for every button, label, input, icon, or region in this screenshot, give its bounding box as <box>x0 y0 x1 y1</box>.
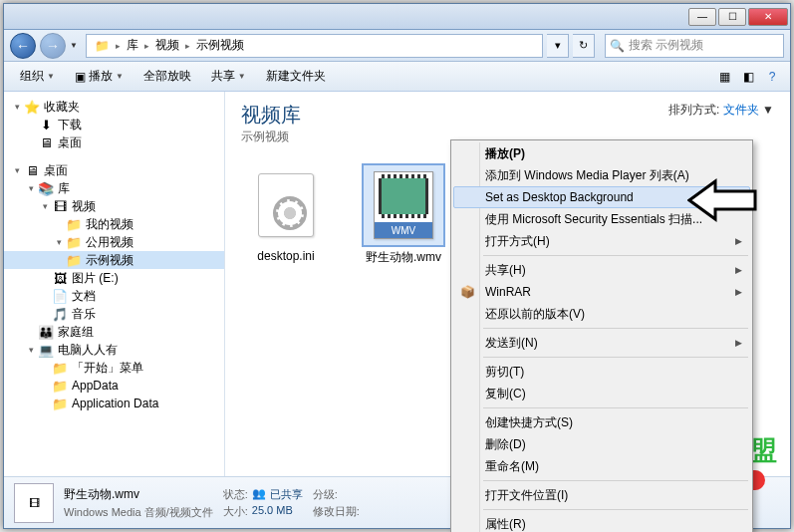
new-folder-button[interactable]: 新建文件夹 <box>258 65 334 88</box>
breadcrumb[interactable]: 视频 <box>151 35 183 57</box>
help-button[interactable]: ? <box>762 67 782 87</box>
tree-sample-videos[interactable]: 📁示例视频 <box>4 251 224 269</box>
menu-item[interactable]: 剪切(T) <box>453 361 750 383</box>
menu-label: 复制(C) <box>485 386 526 402</box>
menu-item[interactable]: 发送到(N)▶ <box>453 332 750 354</box>
menu-item[interactable]: 删除(D) <box>453 433 750 455</box>
tree-desktop[interactable]: ▾🖥桌面 <box>4 161 224 179</box>
menu-item[interactable]: 打开文件位置(I) <box>453 484 750 506</box>
breadcrumb[interactable]: 示例视频 <box>192 35 248 57</box>
menu-label: 删除(D) <box>485 436 526 453</box>
menu-label: 重命名(M) <box>485 458 539 475</box>
menu-icon: 📦 <box>459 284 475 300</box>
menu-item[interactable]: 播放(P) <box>453 142 750 164</box>
address-dropdown[interactable]: ▾ <box>547 34 569 58</box>
menu-label: 属性(R) <box>485 516 526 533</box>
breadcrumb[interactable]: 库 <box>123 35 142 57</box>
folder-icon: 💻 <box>38 342 54 358</box>
navigation-bar: ← → ▼ 📁 ▸ 库 ▸ 视频 ▸ 示例视频 ▾ ↻ 🔍 搜索 示例视频 <box>4 30 790 62</box>
file-wildlife-wmv[interactable]: WMV野生动物.wmv <box>359 165 448 266</box>
navigation-pane[interactable]: ▾⭐收藏夹⬇下载🖥桌面▾🖥桌面▾📚库▾🎞视频📁我的视频▾📁公用视频📁示例视频🖼图… <box>4 92 225 476</box>
organize-button[interactable]: 组织▼ <box>12 65 63 88</box>
titlebar: — ☐ ✕ <box>4 4 790 30</box>
menu-item[interactable]: 复制(C) <box>453 383 750 404</box>
back-button[interactable]: ← <box>10 33 36 59</box>
folder-icon: ⬇ <box>38 117 54 133</box>
history-dropdown[interactable]: ▼ <box>70 41 82 50</box>
menu-label: 创建快捷方式(S) <box>485 414 573 431</box>
tree-start-menu[interactable]: 📁「开始」菜单 <box>4 359 224 377</box>
refresh-button[interactable]: ↻ <box>573 34 595 58</box>
close-button[interactable]: ✕ <box>748 8 788 26</box>
search-input[interactable]: 🔍 搜索 示例视频 <box>605 34 784 58</box>
menu-label: 添加到 Windows Media Player 列表(A) <box>485 167 689 184</box>
tree-homegroup[interactable]: 👪家庭组 <box>4 323 224 341</box>
submenu-icon: ▶ <box>735 287 742 297</box>
tree-label: 我的视频 <box>86 216 133 233</box>
tree-label: 桌面 <box>44 162 68 179</box>
menu-item[interactable]: 共享(H)▶ <box>453 259 750 281</box>
expand-icon[interactable]: ▾ <box>38 201 52 211</box>
tree-videos[interactable]: ▾🎞视频 <box>4 197 224 215</box>
play-button[interactable]: ▣播放▼ <box>67 65 132 88</box>
tree-downloads[interactable]: ⬇下载 <box>4 116 224 133</box>
view-button[interactable]: ▦ <box>714 67 734 87</box>
folder-icon: 📁 <box>66 216 82 232</box>
folder-icon: 🎞 <box>52 198 68 214</box>
annotation-arrow <box>687 177 759 223</box>
folder-icon: 📁 <box>52 378 68 394</box>
tree-appdata[interactable]: 📁AppData <box>4 377 224 395</box>
tree-favorites[interactable]: ▾⭐收藏夹 <box>4 98 224 116</box>
folder-icon: 📁 <box>52 396 68 411</box>
menu-item[interactable]: 还原以前的版本(V) <box>453 303 750 325</box>
menu-item[interactable]: 创建快捷方式(S) <box>453 411 750 433</box>
expand-icon[interactable]: ▾ <box>10 165 24 175</box>
details-filetype: Windows Media 音频/视频文件 <box>64 505 213 520</box>
forward-button[interactable]: → <box>40 33 66 59</box>
menu-item[interactable]: 📦WinRAR▶ <box>453 281 750 303</box>
folder-icon: 📄 <box>52 288 68 304</box>
tree-libraries[interactable]: ▾📚库 <box>4 179 224 197</box>
play-all-button[interactable]: 全部放映 <box>135 65 199 88</box>
preview-pane-button[interactable]: ◧ <box>738 67 758 87</box>
tree-label: 「开始」菜单 <box>72 360 143 377</box>
share-button[interactable]: 共享▼ <box>203 65 254 88</box>
menu-item[interactable]: 打开方式(H)▶ <box>453 230 750 252</box>
expand-icon[interactable]: ▾ <box>24 183 38 193</box>
menu-item[interactable]: 属性(R) <box>453 513 750 532</box>
shared-icon: 👥 <box>252 487 266 502</box>
expand-icon[interactable]: ▾ <box>10 102 24 112</box>
expand-icon[interactable]: ▾ <box>24 345 38 355</box>
folder-icon: ⭐ <box>24 99 40 115</box>
tree-label: 示例视频 <box>86 252 133 269</box>
folder-icon: 📁 <box>66 234 82 250</box>
menu-label: 使用 Microsoft Security Essentials 扫描... <box>485 211 702 228</box>
menu-item[interactable]: 重命名(M) <box>453 455 750 477</box>
tree-my-videos[interactable]: 📁我的视频 <box>4 215 224 233</box>
tree-label: 下载 <box>58 117 82 133</box>
tree-appdata2[interactable]: 📁Application Data <box>4 395 224 412</box>
file-label: desktop.ini <box>257 249 314 263</box>
tree-pictures[interactable]: 🖼图片 (E:) <box>4 269 224 287</box>
tree-label: Application Data <box>72 397 158 410</box>
menu-label: 共享(H) <box>485 262 526 279</box>
details-filename: 野生动物.wmv <box>64 486 213 503</box>
tree-computer[interactable]: ▾💻电脑人人有 <box>4 341 224 359</box>
play-icon: ▣ <box>75 70 86 84</box>
submenu-icon: ▶ <box>735 265 742 275</box>
tree-public-videos[interactable]: ▾📁公用视频 <box>4 233 224 251</box>
expand-icon[interactable]: ▾ <box>52 237 66 247</box>
folder-icon: 📁 <box>66 252 82 268</box>
details-thumbnail: 🎞 <box>14 483 54 523</box>
submenu-icon: ▶ <box>735 236 742 246</box>
address-bar[interactable]: 📁 ▸ 库 ▸ 视频 ▸ 示例视频 <box>86 34 543 58</box>
tree-documents[interactable]: 📄文档 <box>4 287 224 305</box>
tree-music[interactable]: 🎵音乐 <box>4 305 224 323</box>
maximize-button[interactable]: ☐ <box>718 8 746 26</box>
file-desktop-ini[interactable]: desktop.ini <box>241 165 331 266</box>
arrange-by[interactable]: 排列方式: 文件夹 ▼ <box>668 102 774 119</box>
tree-desktop-fav[interactable]: 🖥桌面 <box>4 133 224 151</box>
tree-label: 家庭组 <box>58 324 94 341</box>
folder-icon: 📚 <box>38 180 54 196</box>
minimize-button[interactable]: — <box>688 8 716 26</box>
